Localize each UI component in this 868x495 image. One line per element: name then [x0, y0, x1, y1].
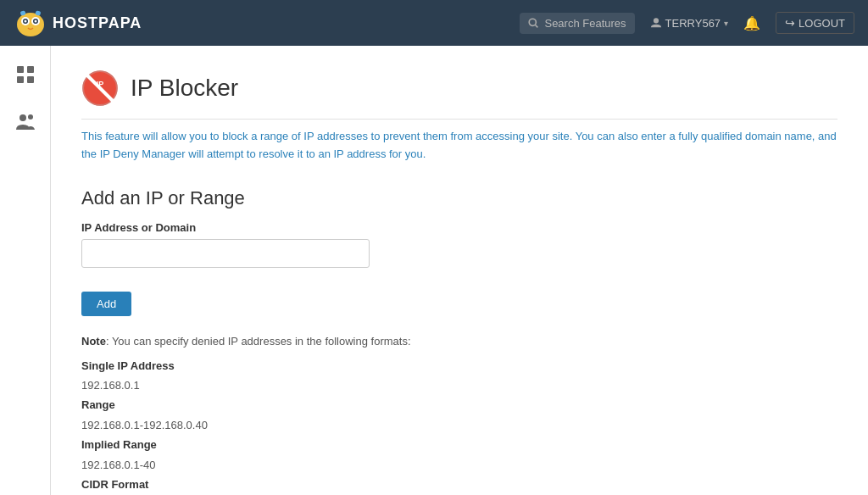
svg-rect-13: [27, 66, 34, 73]
search-icon: [528, 18, 539, 29]
search-label: Search Features: [544, 17, 626, 30]
format-title-0: Single IP Address: [81, 359, 175, 372]
note-bold: Note: [81, 335, 106, 348]
svg-point-9: [530, 19, 537, 25]
description-ip-link[interactable]: IP addresses: [303, 130, 368, 142]
search-box[interactable]: Search Features: [520, 13, 634, 34]
page-title: IP Blocker: [131, 75, 238, 102]
note-text: : You can specify denied IP addresses in…: [106, 335, 411, 348]
list-item: 192.168.0.1-40: [81, 455, 837, 475]
svg-point-5: [25, 20, 27, 23]
list-item: 192.168.0.1: [81, 375, 837, 395]
format-title-1: Range: [81, 398, 115, 411]
description-for-link[interactable]: for: [389, 147, 402, 160]
format-value-1: 192.168.0.1-192.168.0.40: [81, 419, 208, 431]
note-section: Note: You can specify denied IP addresse…: [81, 335, 837, 348]
topnav: HOSTPAPA Search Features TERRY567 ▾ 🔔 ↪ …: [0, 0, 868, 46]
format-list: Single IP Address 192.168.0.1 Range 192.…: [81, 356, 837, 495]
format-value-2: 192.168.0.1-40: [81, 459, 155, 471]
logo: HOSTPAPA: [14, 8, 142, 38]
user-info[interactable]: TERRY567 ▾: [650, 17, 729, 30]
format-title-3: CIDR Format: [81, 478, 148, 491]
list-item: Range: [81, 395, 837, 414]
svg-point-16: [19, 114, 26, 121]
format-title-2: Implied Range: [81, 438, 157, 451]
svg-point-6: [35, 20, 37, 23]
content-area: IP IP Blocker This feature will allow yo…: [51, 46, 868, 495]
ip-address-input[interactable]: [81, 239, 370, 268]
sidebar: [0, 46, 51, 495]
add-button[interactable]: Add: [81, 292, 131, 316]
main-layout: IP IP Blocker This feature will allow yo…: [0, 46, 868, 495]
logout-label: LOGOUT: [798, 17, 845, 30]
ip-blocker-icon: IP: [81, 70, 119, 107]
page-header: IP IP Blocker: [81, 70, 837, 120]
sidebar-item-users[interactable]: [10, 107, 41, 137]
page-description: This feature will allow you to block a r…: [81, 128, 837, 164]
svg-point-0: [17, 13, 44, 36]
list-item: CIDR Format: [81, 475, 837, 494]
list-item: Single IP Address: [81, 356, 837, 375]
sidebar-item-grid[interactable]: [10, 59, 41, 90]
bell-icon[interactable]: 🔔: [743, 15, 760, 31]
logout-icon: ↪: [785, 16, 795, 30]
description-fully-link[interactable]: fully: [678, 130, 698, 142]
logo-owl-icon: [14, 8, 47, 38]
svg-rect-12: [17, 66, 24, 73]
svg-rect-14: [17, 76, 24, 83]
svg-point-17: [28, 114, 33, 120]
format-value-0: 192.168.0.1: [81, 379, 140, 392]
svg-rect-15: [27, 76, 34, 83]
chevron-down-icon: ▾: [724, 19, 728, 28]
description-text-4: will attempt to resolve it to an IP addr…: [186, 147, 389, 160]
list-item: 192.168.0.1-192.168.0.40: [81, 415, 837, 435]
topnav-right: Search Features TERRY567 ▾ 🔔 ↪ LOGOUT: [520, 12, 854, 34]
description-text-2: to prevent them from accessing your site…: [368, 130, 678, 142]
svg-line-10: [536, 25, 538, 27]
logo-text: HOSTPAPA: [53, 14, 142, 32]
list-item: Implied Range: [81, 435, 837, 454]
user-icon: [650, 17, 662, 29]
description-text-5: you.: [402, 147, 426, 160]
logout-button[interactable]: ↪ LOGOUT: [776, 12, 854, 34]
description-ipdeny-link[interactable]: IP Deny Manager: [100, 147, 186, 160]
section-title: Add an IP or Range: [81, 187, 837, 209]
ip-input-label: IP Address or Domain: [81, 221, 837, 234]
description-text: This feature will allow you to block a r…: [81, 130, 303, 142]
username-label: TERRY567: [665, 17, 721, 30]
svg-point-11: [654, 18, 659, 23]
